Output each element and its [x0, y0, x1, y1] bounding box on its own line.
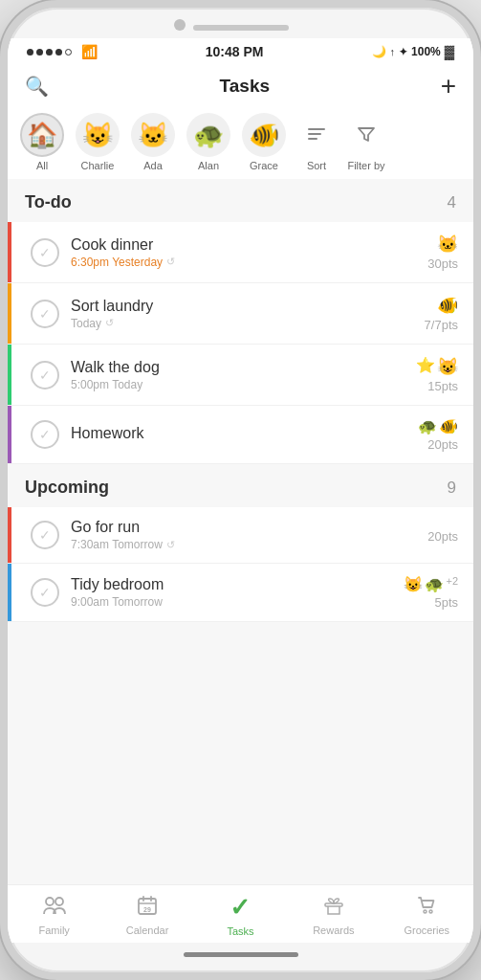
- task-right-cook-dinner: 🐱 30pts: [427, 234, 458, 271]
- todo-task-list: ✓ Cook dinner 6:30pm Yesterday ↺ 🐱 30pts: [8, 222, 473, 464]
- filter-button[interactable]: Filter by: [344, 113, 388, 171]
- tasks-scroll[interactable]: To-do 4 ✓ Cook dinner 6:30pm Yesterday ↺: [8, 179, 473, 884]
- task-body-homework: Homework: [71, 425, 418, 444]
- task-right-homework: 🐢 🐠 20pts: [418, 417, 458, 452]
- search-button[interactable]: 🔍: [25, 75, 49, 98]
- task-body-go-for-run: Go for run 7:30am Tomorrow ↺: [71, 519, 427, 551]
- moon-icon: 🌙: [372, 45, 386, 58]
- task-color-bar: [8, 222, 11, 282]
- nav-groceries[interactable]: Groceries: [398, 895, 455, 936]
- recur-icon: ↺: [166, 256, 175, 268]
- avatar-all-circle: 🏠: [20, 113, 64, 157]
- task-name-go-for-run: Go for run: [71, 519, 427, 536]
- nav-rewards[interactable]: Rewards: [305, 895, 362, 936]
- task-avatars-homework: 🐢 🐠: [418, 417, 458, 435]
- task-star-icon: ⭐: [416, 356, 435, 377]
- task-body-walk-dog: Walk the dog 5:00pm Today: [71, 359, 416, 391]
- section-count-todo: 4: [448, 193, 456, 212]
- groceries-icon: [416, 895, 437, 922]
- nav-calendar[interactable]: 29 Calendar: [119, 895, 176, 936]
- task-tidy-bedroom[interactable]: ✓ Tidy bedroom 9:00am Tomorrow 😺 🐢 +2 5p…: [8, 564, 473, 622]
- avatar-grace-circle: 🐠: [242, 113, 286, 157]
- nav-family-label: Family: [38, 924, 69, 936]
- avatar-filter-row: 🏠 All 😺 Charlie 🐱 Ada 🐢 Alan 🐠 Grace: [8, 107, 473, 179]
- phone-speaker: [193, 25, 289, 31]
- task-homework[interactable]: ✓ Homework 🐢 🐠 20pts: [8, 406, 473, 464]
- task-body-tidy-bedroom: Tidy bedroom 9:00am Tomorrow: [71, 576, 404, 609]
- task-pts-go-for-run: 20pts: [427, 529, 458, 544]
- page-title: Tasks: [220, 76, 270, 97]
- section-title-todo: To-do: [25, 192, 72, 212]
- app-header: 🔍 Tasks +: [8, 63, 473, 107]
- nav-tasks[interactable]: ✓ Tasks: [211, 893, 269, 937]
- sort-label: Sort: [307, 160, 326, 171]
- task-checkbox-homework[interactable]: ✓: [31, 420, 59, 449]
- wifi-icon: 📶: [81, 44, 98, 59]
- task-name-tidy-bedroom: Tidy bedroom: [71, 576, 404, 593]
- task-color-bar: [8, 345, 11, 405]
- sort-button[interactable]: Sort: [295, 113, 339, 171]
- task-pts-cook-dinner: 30pts: [427, 256, 458, 271]
- task-pts-homework: 20pts: [427, 437, 458, 452]
- avatar-alan[interactable]: 🐢 Alan: [184, 113, 233, 171]
- task-avatar-tidy-bedroom-2: 🐢: [425, 575, 444, 593]
- task-checkbox-cook-dinner[interactable]: ✓: [31, 238, 59, 267]
- task-pts-tidy-bedroom: 5pts: [434, 595, 458, 610]
- status-right: 🌙 ↑ ✦ 100% ▓: [372, 44, 454, 59]
- task-avatar-sort-laundry: 🐠: [437, 295, 458, 316]
- task-checkbox-tidy-bedroom[interactable]: ✓: [31, 578, 59, 607]
- task-walk-dog[interactable]: ✓ Walk the dog 5:00pm Today ⭐ 😺 15pts: [8, 345, 473, 406]
- nav-family[interactable]: Family: [26, 895, 83, 936]
- avatar-ada[interactable]: 🐱 Ada: [128, 113, 178, 171]
- add-task-button[interactable]: +: [441, 71, 456, 101]
- task-time-sort-laundry: Today ↺: [71, 317, 425, 330]
- upcoming-task-list: ✓ Go for run 7:30am Tomorrow ↺ 20pts: [8, 507, 473, 622]
- svg-point-3: [46, 898, 54, 905]
- task-avatar-walk-dog: 😺: [437, 356, 458, 377]
- rewards-icon: [323, 895, 344, 922]
- signal-dot-4: [55, 49, 62, 56]
- nav-tasks-label: Tasks: [227, 925, 253, 937]
- avatar-all[interactable]: 🏠 All: [17, 113, 67, 171]
- phone-shell: 📶 10:48 PM 🌙 ↑ ✦ 100% ▓ 🔍 Tasks + 🏠 All: [0, 0, 481, 980]
- task-color-bar: [8, 406, 11, 463]
- avatar-charlie[interactable]: 😺 Charlie: [73, 113, 122, 171]
- signal-dot-3: [46, 49, 53, 56]
- battery-text: 100%: [411, 45, 441, 58]
- avatar-charlie-label: Charlie: [81, 160, 115, 171]
- task-body-cook-dinner: Cook dinner 6:30pm Yesterday ↺: [71, 236, 427, 269]
- task-avatar-cook-dinner: 🐱: [437, 234, 458, 255]
- signal-dot-5: [65, 49, 72, 56]
- avatar-grace[interactable]: 🐠 Grace: [239, 113, 289, 171]
- nav-rewards-label: Rewards: [313, 924, 354, 936]
- filter-icon: [344, 113, 388, 157]
- task-avatars-walk-dog: ⭐ 😺: [416, 356, 458, 377]
- task-avatars-tidy-bedroom: 😺 🐢 +2: [404, 575, 458, 593]
- tasks-icon: ✓: [230, 893, 251, 923]
- sort-icon: [295, 113, 339, 157]
- phone-camera: [174, 19, 186, 31]
- task-cook-dinner[interactable]: ✓ Cook dinner 6:30pm Yesterday ↺ 🐱 30pts: [8, 222, 473, 283]
- status-time: 10:48 PM: [206, 44, 264, 59]
- task-plus-more: +2: [446, 575, 458, 593]
- filter-label: Filter by: [347, 160, 384, 171]
- avatar-alan-circle: 🐢: [186, 113, 230, 157]
- task-name-walk-dog: Walk the dog: [71, 359, 416, 376]
- task-go-for-run[interactable]: ✓ Go for run 7:30am Tomorrow ↺ 20pts: [8, 507, 473, 564]
- task-checkbox-go-for-run[interactable]: ✓: [31, 521, 59, 549]
- arrow-up-icon: ↑: [390, 46, 396, 57]
- task-checkbox-walk-dog[interactable]: ✓: [31, 361, 59, 390]
- avatar-alan-label: Alan: [198, 160, 219, 171]
- section-count-upcoming: 9: [448, 479, 456, 498]
- home-indicator[interactable]: [184, 952, 298, 957]
- task-time-go-for-run: 7:30am Tomorrow ↺: [71, 538, 427, 551]
- avatar-ada-circle: 🐱: [131, 113, 175, 157]
- avatar-ada-label: Ada: [143, 160, 163, 171]
- task-color-bar: [8, 507, 11, 563]
- avatar-grace-label: Grace: [250, 160, 278, 171]
- battery-icon: ▓: [445, 44, 454, 59]
- task-sort-laundry[interactable]: ✓ Sort laundry Today ↺ 🐠 7/7pts: [8, 283, 473, 345]
- task-checkbox-sort-laundry[interactable]: ✓: [31, 300, 59, 328]
- bluetooth-icon: ✦: [399, 46, 407, 58]
- task-right-tidy-bedroom: 😺 🐢 +2 5pts: [404, 575, 458, 610]
